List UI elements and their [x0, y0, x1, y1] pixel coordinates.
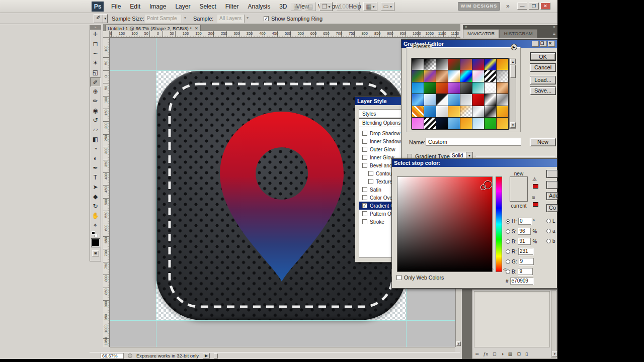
- hue-slider[interactable]: [496, 176, 502, 272]
- ok-button[interactable]: OK: [530, 52, 556, 61]
- gradient-preset-swatch[interactable]: [484, 82, 497, 95]
- gradient-preset-swatch[interactable]: [424, 106, 436, 118]
- color-field-radio[interactable]: [506, 259, 510, 264]
- screen-mode-icon[interactable]: ▭▾: [381, 2, 394, 11]
- style-checkbox[interactable]: [362, 147, 367, 152]
- style-checkbox[interactable]: [362, 163, 367, 168]
- lab-l-radio[interactable]: L: [546, 218, 555, 224]
- overflow-chevrons[interactable]: »: [506, 3, 510, 10]
- adjustment-layer-icon[interactable]: ◑: [501, 351, 503, 356]
- menu-3d[interactable]: 3D: [275, 3, 291, 10]
- menu-image[interactable]: Image: [145, 3, 171, 10]
- gradient-preset-swatch[interactable]: [496, 117, 509, 130]
- eraser-tool[interactable]: ▱: [90, 125, 101, 135]
- horizontal-ruler[interactable]: 2001501005005010015020025030035040045050…: [110, 31, 460, 38]
- guide-vertical-left[interactable]: [156, 38, 156, 347]
- close-icon[interactable]: ✕: [548, 41, 555, 47]
- gradient-preset-swatch[interactable]: [484, 70, 497, 82]
- gradient-preset-swatch[interactable]: [484, 94, 497, 106]
- color-field-input[interactable]: 9: [518, 268, 533, 275]
- zoom-percentage-field[interactable]: 66,67%: [101, 353, 124, 359]
- gradient-preset-swatch[interactable]: [424, 117, 436, 130]
- style-checkbox[interactable]: [362, 219, 367, 224]
- gradient-preset-swatch[interactable]: [412, 82, 424, 95]
- color-field-radio[interactable]: [506, 239, 510, 244]
- scrollbar-resize-grip[interactable]: ▾: [456, 341, 461, 346]
- dodge-tool[interactable]: ◐: [90, 154, 101, 163]
- gradient-preset-swatch[interactable]: [448, 82, 460, 95]
- color-libraries-button[interactable]: Co: [546, 204, 557, 212]
- gamut-color-chip[interactable]: [533, 184, 538, 189]
- gradient-preset-swatch[interactable]: [448, 70, 460, 82]
- healing-brush-tool[interactable]: ⊕: [90, 87, 101, 97]
- gradient-preset-swatch[interactable]: [484, 58, 497, 71]
- gradient-preset-swatch[interactable]: [412, 106, 424, 118]
- gradient-preset-swatch[interactable]: [460, 94, 472, 106]
- gradient-preset-swatch[interactable]: [496, 82, 509, 95]
- gradient-preset-swatch[interactable]: [436, 117, 448, 130]
- gradient-preset-swatch[interactable]: [412, 117, 424, 130]
- switch-colors-icon[interactable]: [95, 234, 98, 237]
- gradient-preset-swatch[interactable]: [472, 117, 485, 130]
- gradient-preset-swatch[interactable]: [436, 70, 448, 82]
- color-field-radio[interactable]: [506, 249, 510, 254]
- panel-scrollbar[interactable]: ▾: [551, 291, 556, 357]
- menu-edit[interactable]: Edit: [125, 3, 145, 10]
- gradient-preset-swatch[interactable]: [424, 58, 436, 71]
- only-web-colors-option[interactable]: Only Web Colors: [396, 275, 444, 281]
- tools-panel-collapse-bar[interactable]: »: [90, 26, 101, 30]
- gradient-preset-swatch[interactable]: [436, 94, 448, 106]
- ruler-origin-corner[interactable]: [103, 31, 110, 38]
- color-field-radio[interactable]: [506, 229, 510, 234]
- gradient-preset-swatch[interactable]: [496, 58, 509, 71]
- quick-mask-button[interactable]: ◙: [92, 250, 99, 256]
- gradient-preset-swatch[interactable]: [448, 106, 460, 118]
- clone-stamp-tool[interactable]: ◉: [90, 106, 101, 116]
- style-checkbox[interactable]: [362, 195, 367, 200]
- cancel-button[interactable]: Cancel: [530, 63, 556, 72]
- gamut-warning-icon[interactable]: ⚠: [532, 177, 537, 182]
- gradient-tool[interactable]: ◧: [90, 135, 101, 144]
- horizontal-scrollbar[interactable]: [110, 347, 455, 352]
- hex-input[interactable]: e70909: [510, 278, 533, 285]
- gradient-preset-swatch[interactable]: [412, 58, 424, 71]
- color-picker-titlebar[interactable]: Select stop color:: [392, 159, 557, 167]
- ok-button-clipped[interactable]: [546, 170, 557, 178]
- presets-scrollbar[interactable]: ▲ ▼: [509, 58, 516, 129]
- crop-tool[interactable]: ◱: [90, 68, 101, 77]
- gradient-preset-swatch[interactable]: [436, 106, 448, 118]
- menu-filter[interactable]: Filter: [221, 3, 244, 10]
- move-tool[interactable]: ✛: [90, 30, 101, 39]
- load-button[interactable]: Load...: [530, 76, 556, 84]
- gradient-preset-swatch[interactable]: [424, 94, 436, 106]
- gradient-preset-swatch[interactable]: [496, 70, 509, 82]
- color-field-input[interactable]: 91: [518, 238, 531, 245]
- blur-tool[interactable]: ◔: [90, 144, 101, 154]
- style-checkbox[interactable]: [368, 179, 373, 184]
- style-checkbox[interactable]: [362, 211, 367, 216]
- gradient-preset-swatch[interactable]: [472, 58, 485, 71]
- status-menu-arrow[interactable]: ▶: [203, 353, 210, 358]
- arrange-documents-icon[interactable]: ❐▾: [319, 2, 333, 11]
- default-colors-icon[interactable]: [92, 231, 95, 235]
- scrollbar-thumb[interactable]: [510, 65, 516, 78]
- sample-dropdown[interactable]: All Layers ▾: [217, 15, 251, 23]
- panel-collapse-bar[interactable]: « »: [463, 25, 557, 29]
- delete-layer-icon[interactable]: ▯: [525, 351, 528, 356]
- hand-tool[interactable]: ✋: [90, 211, 101, 221]
- minimize-icon[interactable]: _: [532, 41, 539, 47]
- color-field-input[interactable]: 231: [518, 248, 533, 255]
- lasso-tool[interactable]: ∽: [90, 49, 101, 58]
- gradient-preset-swatch[interactable]: [460, 58, 472, 71]
- lab-b-radio[interactable]: b: [546, 238, 555, 244]
- layer-mask-icon[interactable]: ◻: [493, 351, 496, 356]
- status-mini-button[interactable]: [214, 353, 218, 358]
- style-checkbox[interactable]: [362, 187, 367, 192]
- presets-flyout-icon[interactable]: ▶: [511, 44, 517, 50]
- gradient-preset-swatch[interactable]: [436, 58, 448, 71]
- tab-navigator[interactable]: NAVIGATOR: [463, 29, 499, 38]
- gradient-preset-swatch[interactable]: [460, 106, 472, 118]
- restore-button[interactable]: ❐: [529, 3, 539, 10]
- gradient-preset-swatch[interactable]: [460, 117, 472, 130]
- gradient-preset-swatch[interactable]: [436, 82, 448, 95]
